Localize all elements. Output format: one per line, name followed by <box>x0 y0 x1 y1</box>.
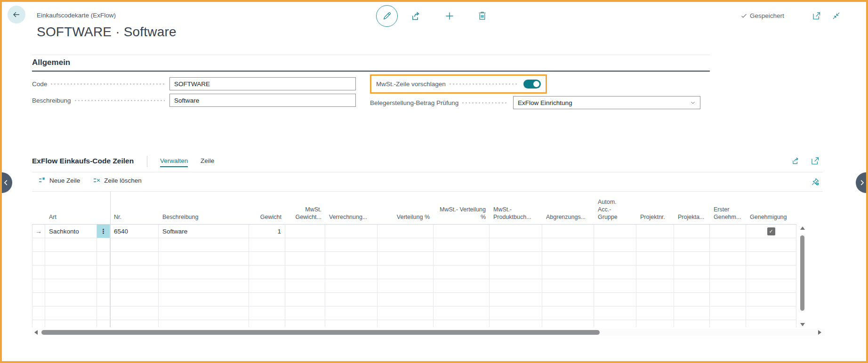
cell-empty[interactable] <box>746 266 796 279</box>
scroll-down-arrow[interactable] <box>800 323 805 326</box>
cell-empty[interactable] <box>45 279 97 293</box>
column-header-projektnr[interactable]: Projektnr. <box>636 213 674 224</box>
cell-empty[interactable] <box>674 293 710 307</box>
cell-empty[interactable] <box>249 279 285 293</box>
cell-empty[interactable] <box>249 320 285 327</box>
description-input[interactable]: Software <box>169 94 356 107</box>
pin-button[interactable] <box>811 177 820 186</box>
cell-beschreibung[interactable]: Software <box>159 225 249 238</box>
previous-record-button[interactable] <box>0 172 12 193</box>
column-header-mwst-produktbuch[interactable]: MwSt.- Produktbuch... <box>490 206 542 224</box>
column-header-mwst-verteilung[interactable]: MwSt.- Verteilung % <box>434 206 490 224</box>
cell-empty[interactable] <box>594 307 636 320</box>
cell-empty[interactable] <box>542 293 594 307</box>
cell-empty[interactable] <box>594 238 636 252</box>
cell-empty[interactable] <box>97 266 110 279</box>
delete-line-button[interactable]: Zeile löschen <box>92 176 142 185</box>
cell-empty[interactable] <box>710 252 746 266</box>
row-menu-ellipsis-icon[interactable]: ⋮ <box>97 225 110 238</box>
cell-empty[interactable] <box>636 307 674 320</box>
part-open-button[interactable] <box>810 156 820 166</box>
cell-empty[interactable] <box>110 279 159 293</box>
cell-projektnr[interactable] <box>636 225 674 238</box>
cell-empty[interactable] <box>97 252 110 266</box>
cell-empty[interactable] <box>746 320 796 327</box>
cell-empty[interactable] <box>159 266 249 279</box>
cell-empty[interactable] <box>159 238 249 252</box>
cell-empty[interactable] <box>490 320 542 327</box>
share-button[interactable] <box>410 10 423 22</box>
cell-empty[interactable] <box>746 293 796 307</box>
cell-empty[interactable] <box>674 279 710 293</box>
column-header-verrechnung[interactable]: Verrechnung... <box>325 213 378 224</box>
cell-empty[interactable] <box>594 279 636 293</box>
cell-erster-genehm[interactable] <box>710 225 746 238</box>
cell-empty[interactable] <box>594 266 636 279</box>
cell-empty[interactable] <box>710 307 746 320</box>
cell-empty[interactable] <box>45 293 97 307</box>
vertical-scrollbar[interactable] <box>799 225 806 328</box>
cell-empty[interactable] <box>45 252 97 266</box>
cell-empty[interactable] <box>110 252 159 266</box>
tab-zeile[interactable]: Zeile <box>201 157 214 164</box>
cell-empty[interactable] <box>378 307 434 320</box>
cell-empty[interactable] <box>325 252 378 266</box>
back-button[interactable] <box>8 6 25 24</box>
cell-empty[interactable] <box>97 293 110 307</box>
part-share-button[interactable] <box>791 156 801 166</box>
cell-nr[interactable]: 6540 <box>110 225 159 238</box>
cell-empty[interactable] <box>159 252 249 266</box>
column-header-mwst-gewicht[interactable]: MwSt. Gewicht... <box>285 206 325 224</box>
cell-empty[interactable] <box>159 307 249 320</box>
new-line-button[interactable]: Neue Zeile <box>38 176 80 185</box>
cell-abgrenzungs[interactable] <box>542 225 594 238</box>
cell-empty[interactable] <box>110 307 159 320</box>
cell-empty[interactable] <box>542 238 594 252</box>
cell-verrechnung[interactable] <box>325 225 378 238</box>
cell-art[interactable]: Sachkonto <box>45 225 97 238</box>
cell-empty[interactable] <box>434 252 490 266</box>
cell-empty[interactable] <box>490 252 542 266</box>
cell-empty[interactable] <box>325 279 378 293</box>
cell-empty[interactable] <box>110 238 159 252</box>
cell-empty[interactable] <box>710 266 746 279</box>
cell-empty[interactable] <box>45 307 97 320</box>
cell-empty[interactable] <box>249 293 285 307</box>
cell-mwst-produktbuch[interactable] <box>490 225 542 238</box>
cell-empty[interactable] <box>490 266 542 279</box>
cell-empty[interactable] <box>45 266 97 279</box>
cell-empty[interactable] <box>674 307 710 320</box>
cell-empty[interactable] <box>434 279 490 293</box>
cell-gewicht[interactable]: 1 <box>249 225 285 238</box>
cell-empty[interactable] <box>542 320 594 327</box>
cell-empty[interactable] <box>45 238 97 252</box>
column-header-nr[interactable]: Nr. <box>110 213 159 224</box>
cell-empty[interactable] <box>159 279 249 293</box>
cell-empty[interactable] <box>710 279 746 293</box>
edit-button[interactable] <box>376 5 398 27</box>
cell-empty[interactable] <box>325 320 378 327</box>
cell-mwst-gewicht[interactable] <box>285 225 325 238</box>
column-header-erster-genehm[interactable]: Erster Genehm... <box>710 206 746 224</box>
open-in-window-button[interactable] <box>812 11 821 21</box>
cell-empty[interactable] <box>490 293 542 307</box>
cell-empty[interactable] <box>434 266 490 279</box>
column-header-verteilung[interactable]: Verteilung % <box>378 213 434 224</box>
cell-empty[interactable] <box>97 279 110 293</box>
cell-empty[interactable] <box>636 238 674 252</box>
cell-empty[interactable] <box>434 320 490 327</box>
cell-empty[interactable] <box>378 252 434 266</box>
cell-empty[interactable] <box>674 320 710 327</box>
scroll-right-arrow[interactable] <box>818 330 821 335</box>
cell-empty[interactable] <box>594 252 636 266</box>
cell-empty[interactable] <box>378 266 434 279</box>
cell-empty[interactable] <box>378 320 434 327</box>
cell-empty[interactable] <box>434 293 490 307</box>
scroll-left-arrow[interactable] <box>34 330 38 335</box>
genehmigung-checkbox[interactable] <box>767 227 775 235</box>
cell-empty[interactable] <box>249 266 285 279</box>
collapse-button[interactable] <box>831 11 841 21</box>
cell-empty[interactable] <box>490 279 542 293</box>
cell-empty[interactable] <box>542 279 594 293</box>
cell-empty[interactable] <box>746 279 796 293</box>
